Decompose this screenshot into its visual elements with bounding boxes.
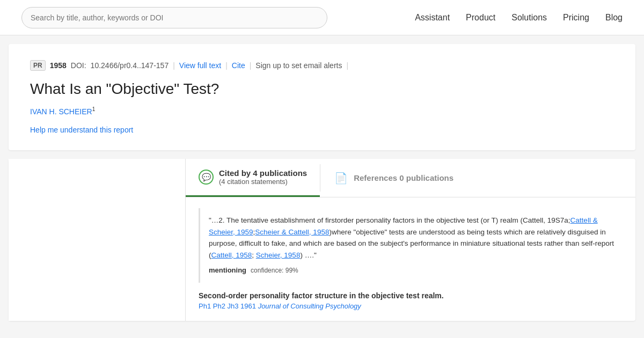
citation-block: "…2. The tentative establishment of firs… <box>199 208 623 283</box>
author-link[interactable]: IVAN H. SCHEIER <box>30 107 92 116</box>
cited-by-subtitle: (4 citation statements) <box>219 178 307 186</box>
citation-link-2[interactable]: Scheier & Cattell, 1958 <box>255 228 329 236</box>
confidence-text: confidence: 99% <box>251 266 298 276</box>
second-order-block: Second-order personality factor structur… <box>199 291 623 310</box>
tab-content: "…2. The tentative establishment of firs… <box>186 197 635 321</box>
nav-bar: Assistant Product Solutions Pricing Blog <box>415 13 623 23</box>
separator-3: | <box>250 61 252 70</box>
cite-link[interactable]: Cite <box>232 61 245 70</box>
help-link[interactable]: Help me understand this report <box>30 126 133 134</box>
second-order-title: Second-order personality factor structur… <box>199 291 623 300</box>
meta-row: PR 1958 DOI: 10.2466/pr0.4..147-157 | Vi… <box>30 60 614 71</box>
second-order-refs[interactable]: Ph1 Ph2 Jh3 <box>199 302 238 310</box>
mentioning-row: mentioning confidence: 99% <box>209 265 614 276</box>
nav-item-pricing[interactable]: Pricing <box>563 13 589 23</box>
second-order-year-val: 1961 <box>240 302 256 310</box>
citation-text-5: ) …." <box>300 251 316 259</box>
second-order-journal-name: Journal of Consulting Psychology <box>258 302 361 310</box>
citation-link-4[interactable]: Scheier, 1958 <box>256 251 301 259</box>
references-icon-glyph: 📄 <box>334 172 348 185</box>
references-title: References 0 publications <box>354 173 453 182</box>
article-doi-label: DOI: <box>71 61 86 70</box>
separator-4: | <box>346 61 348 70</box>
view-full-text-link[interactable]: View full text <box>179 61 221 70</box>
citation-text-start: "…2. The tentative establishment of firs… <box>209 216 570 224</box>
nav-item-solutions[interactable]: Solutions <box>511 13 547 23</box>
cited-by-title: Cited by 4 publications <box>219 168 307 178</box>
tab-references[interactable]: 📄 References 0 publications <box>320 159 466 197</box>
tabs-panel: 💬 Cited by 4 publications (4 citation st… <box>186 159 635 321</box>
nav-item-blog[interactable]: Blog <box>605 13 623 23</box>
author-row: IVAN H. SCHEIER1 <box>30 106 614 116</box>
citation-icon-glyph: 💬 <box>202 173 211 181</box>
second-order-meta: Ph1 Ph2 Jh3 1961 Journal of Consulting P… <box>199 302 623 310</box>
references-icon: 📄 <box>333 171 348 186</box>
article-card: PR 1958 DOI: 10.2466/pr0.4..147-157 | Vi… <box>9 44 635 150</box>
search-input[interactable] <box>21 7 327 28</box>
nav-item-product[interactable]: Product <box>466 13 495 23</box>
article-doi-value: 10.2466/pr0.4..147-157 <box>91 61 169 70</box>
separator-1: | <box>173 61 175 70</box>
nav-item-assistant[interactable]: Assistant <box>415 13 450 23</box>
separator-2: | <box>225 61 228 70</box>
article-year: 1958 <box>50 61 67 70</box>
header: Assistant Product Solutions Pricing Blog <box>0 0 644 35</box>
alert-text: Sign up to set email alerts <box>255 61 342 70</box>
bottom-section: 💬 Cited by 4 publications (4 citation st… <box>9 159 635 321</box>
cited-by-label: Cited by 4 publications (4 citation stat… <box>219 168 307 186</box>
second-order-journal: Journal of Consulting Psychology <box>258 302 361 310</box>
citation-icon: 💬 <box>199 170 214 185</box>
article-title: What Is an "Objective" Test? <box>30 79 614 99</box>
sidebar-panel <box>9 159 186 321</box>
mentioning-label: mentioning <box>209 265 246 276</box>
tab-cited-by[interactable]: 💬 Cited by 4 publications (4 citation st… <box>186 159 320 197</box>
tabs-header: 💬 Cited by 4 publications (4 citation st… <box>186 159 635 197</box>
citation-text-4: ; <box>252 251 256 259</box>
author-sup: 1 <box>92 106 96 112</box>
citation-link-3[interactable]: Cattell, 1958 <box>211 251 252 259</box>
badge-pr: PR <box>30 60 46 71</box>
